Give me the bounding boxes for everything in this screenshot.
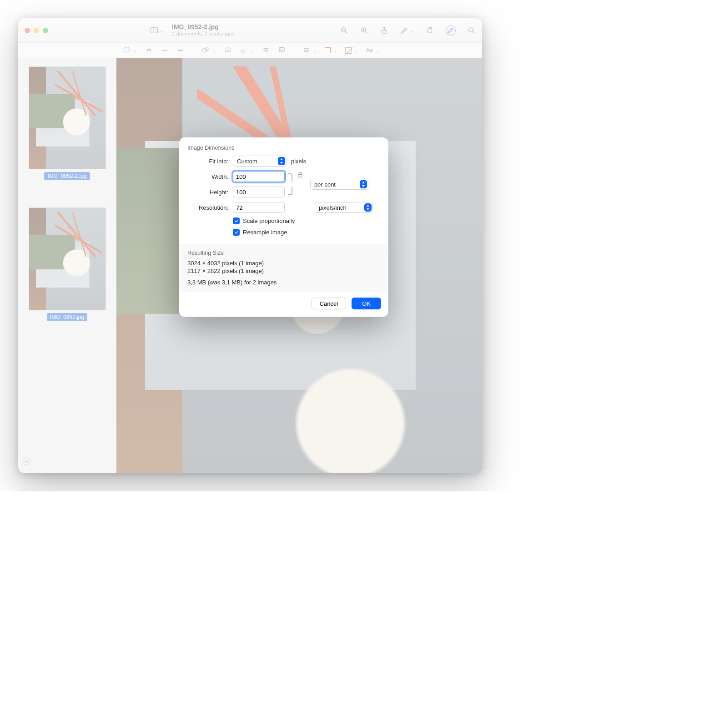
resulting-line: 3,3 MB (was 3,1 MB) for 2 images <box>187 279 380 286</box>
wh-unit-value: per cent <box>314 181 336 188</box>
resulting-size-section: Resulting Size 3024 × 4032 pixels (1 ima… <box>179 244 388 292</box>
resulting-title: Resulting Size <box>187 250 380 256</box>
ok-button[interactable]: OK <box>352 298 381 309</box>
resolution-unit-value: pixels/inch <box>319 204 347 211</box>
width-input[interactable] <box>233 171 285 182</box>
resulting-line: 2117 × 2822 pixels (1 image) <box>187 268 380 274</box>
select-arrows-icon <box>278 157 285 165</box>
fit-into-value: Custom <box>237 158 257 165</box>
lock-aspect-button[interactable] <box>297 171 304 178</box>
preview-window: ⌄ IMG_0952-2.jpg 2 documents, 2 total pa… <box>18 18 482 473</box>
scale-proportionally-checkbox[interactable]: Scale proportionally <box>233 217 295 224</box>
height-input[interactable] <box>233 187 285 197</box>
svg-rect-31 <box>298 174 302 177</box>
resolution-input[interactable] <box>233 202 285 213</box>
section-title: Image Dimensions <box>187 145 380 151</box>
resample-image-checkbox[interactable]: Resample image <box>233 229 287 236</box>
adjust-size-dialog: Image Dimensions Fit into: Custom pixels… <box>179 137 388 317</box>
width-label: Width: <box>187 173 228 180</box>
select-arrows-icon <box>360 180 367 188</box>
resolution-label: Resolution: <box>187 204 228 211</box>
height-label: Height: <box>187 189 228 196</box>
fit-into-label: Fit into: <box>187 158 228 165</box>
resample-image-label: Resample image <box>243 229 287 236</box>
fit-into-select[interactable]: Custom <box>233 156 287 167</box>
fit-into-unit: pixels <box>291 158 306 165</box>
wh-unit-select[interactable]: per cent <box>310 179 368 190</box>
cancel-button[interactable]: Cancel <box>312 298 346 309</box>
select-arrows-icon <box>364 203 372 212</box>
scale-proportionally-label: Scale proportionally <box>243 217 295 224</box>
link-bracket <box>287 171 294 195</box>
resolution-unit-select[interactable]: pixels/inch <box>315 202 373 213</box>
dialog-actions: Cancel OK <box>179 292 388 317</box>
resulting-line: 3024 × 4032 pixels (1 image) <box>187 260 380 267</box>
